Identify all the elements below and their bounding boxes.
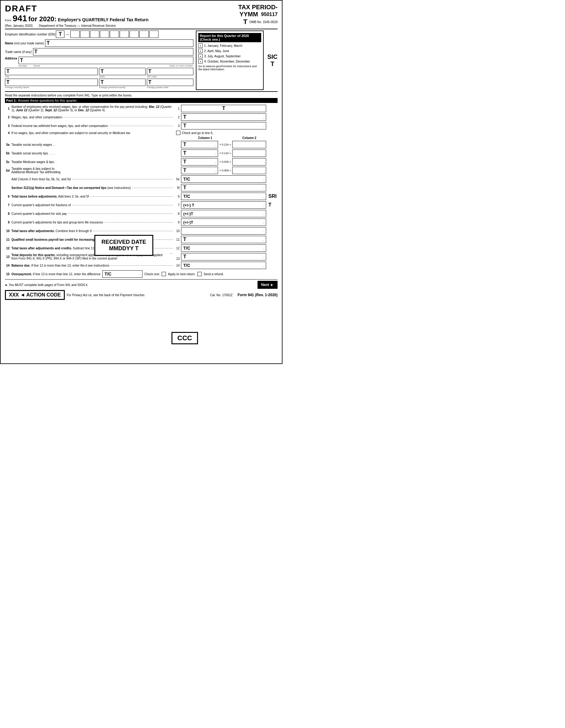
line6-answer[interactable]: T/C . xyxy=(181,193,266,200)
foreign-province-input[interactable]: T xyxy=(99,79,145,86)
ein-box5[interactable] xyxy=(110,31,119,38)
form-year: for 2020: xyxy=(28,15,57,23)
line13-num: 13 xyxy=(5,252,10,261)
line8-answer[interactable]: (+/-)T . xyxy=(181,210,266,217)
rev-date: (Rev. January 2020) xyxy=(5,24,33,27)
line1-answer[interactable]: T xyxy=(181,105,266,112)
line5b-col1[interactable]: T . xyxy=(181,149,218,157)
street-sub: Street xyxy=(33,64,40,67)
received-date-sub: MMDDYY T xyxy=(101,245,146,252)
line1-T: T xyxy=(222,106,225,111)
q1-label: 1: January, February, March xyxy=(204,44,242,47)
ein-T-box[interactable]: T xyxy=(56,31,64,38)
line2-answer[interactable]: T . xyxy=(181,113,266,121)
name-T: T xyxy=(47,40,50,46)
address-input[interactable]: T xyxy=(18,57,193,64)
line4-row: 4 If no wages, tips, and other compensat… xyxy=(5,130,277,136)
ein-box3[interactable] xyxy=(90,31,99,38)
draft-label: DRAFT xyxy=(5,4,148,14)
line5c-num: 5c xyxy=(5,157,10,166)
ein-box7[interactable] xyxy=(129,31,139,38)
line15-checkbox2[interactable] xyxy=(197,272,202,276)
line5b-col2[interactable]: . xyxy=(232,149,266,157)
foreign-country-sub: Foreign country name xyxy=(5,86,98,89)
line5a-col2[interactable]: . xyxy=(232,141,266,148)
read-instructions: Read the separate instructions before yo… xyxy=(5,94,277,97)
line9-linenum-right: 9 xyxy=(175,218,180,227)
ein-box8[interactable] xyxy=(139,31,149,38)
line1-text: Number of employees who received wages, … xyxy=(10,104,175,113)
ein-box9[interactable] xyxy=(149,31,158,38)
foreign-postal-input[interactable]: T xyxy=(147,79,193,86)
line12-num: 12 xyxy=(5,244,10,252)
line6-text: Total taxes before adjustments. Add line… xyxy=(10,192,175,201)
line3-linenum-right: 3 xyxy=(175,121,180,130)
line4-num: 4 xyxy=(5,130,10,136)
line14-TC: T/C xyxy=(183,263,190,268)
line5f-num xyxy=(5,183,10,192)
ein-box1[interactable] xyxy=(70,31,80,38)
col-header-row: Column 1 Column 2 xyxy=(5,136,277,140)
name-input[interactable]: T xyxy=(45,39,193,47)
col2-header: Column 2 xyxy=(232,136,266,140)
q4-checkbox[interactable]: ▪ xyxy=(198,59,203,63)
line9-answer[interactable]: (+/-)T . xyxy=(181,219,266,226)
line15-TC: T/C xyxy=(104,272,112,276)
line5c-col2[interactable]: . xyxy=(232,158,266,166)
line5f-answer[interactable]: T . xyxy=(181,184,266,191)
line7-answer[interactable]: (+/-) T . xyxy=(181,201,266,209)
line9-num: 9 xyxy=(5,218,10,227)
line15-answer[interactable]: T/C . xyxy=(102,270,142,278)
name-label: Name (not your trade name) xyxy=(5,42,44,45)
line13-answer[interactable]: T . xyxy=(181,253,266,260)
line15-num: 15 xyxy=(5,270,10,278)
q2-checkbox[interactable]: ▪ xyxy=(198,49,203,53)
line3-answer[interactable]: T . xyxy=(181,122,266,129)
line5e-answer[interactable]: T/C . xyxy=(181,175,266,183)
q3-checkbox[interactable]: ▪ xyxy=(198,54,203,58)
ein-box2[interactable] xyxy=(80,31,89,38)
state-input[interactable]: T xyxy=(99,68,145,75)
line6-num: 6 xyxy=(5,192,10,201)
line4-checkbox[interactable] xyxy=(176,131,180,135)
zip-input[interactable]: T xyxy=(147,68,193,75)
line5b-mult: × 0.124 = xyxy=(219,152,231,155)
yymm-label: YYMM xyxy=(239,11,258,18)
line5d-mult: × 0.009 = xyxy=(219,169,231,172)
line10-answer[interactable]: . xyxy=(181,227,266,235)
line5d-col2[interactable]: . xyxy=(232,167,266,174)
ein-box4[interactable] xyxy=(100,31,109,38)
line11-answer[interactable]: T . xyxy=(181,236,266,243)
line5f-text: Section 3121(q) Notice and Demand—Tax du… xyxy=(10,183,175,192)
next-button[interactable]: Next ► xyxy=(257,281,277,289)
line12-answer[interactable]: T/C . xyxy=(181,244,266,252)
sic-label: SIC xyxy=(267,53,277,60)
line12-TC: T/C xyxy=(183,246,190,251)
line5c-col1[interactable]: T . xyxy=(181,158,218,166)
quarter-section: Report for this Quarter of 2020 (Check o… xyxy=(196,31,264,90)
sic-T: T xyxy=(270,60,274,67)
line14-answer[interactable]: T/C . xyxy=(181,262,266,269)
website-text: Go to www.irs.gov/Form941 for instructio… xyxy=(198,65,261,71)
foreign-province-T: T xyxy=(100,80,104,85)
ein-box6[interactable] xyxy=(120,31,129,38)
line15-checkbox1[interactable] xyxy=(162,272,166,276)
number-sub: Number xyxy=(18,64,27,67)
foreign-country-input[interactable]: T xyxy=(5,79,98,86)
received-date-title: RECEIVED DATE xyxy=(101,239,146,245)
line5d-col1[interactable]: T . xyxy=(181,167,218,174)
line14-linenum-right: 14 xyxy=(175,261,180,270)
form-subtitle: Employer's QUARTERLY Federal Tax Return xyxy=(58,17,148,22)
city-input[interactable]: T xyxy=(5,68,98,75)
omb-label: OMB No. 1545-0029 xyxy=(249,20,277,24)
line7-text: Current quarter's adjustment for fractio… xyxy=(10,201,175,209)
line2-num: 2 xyxy=(5,113,10,121)
line14-text: Balance due. If line 12 is more than lin… xyxy=(10,261,175,270)
line3-num: 3 xyxy=(5,121,10,130)
q1-checkbox[interactable]: ▪ xyxy=(198,43,203,48)
line1-num: 1 xyxy=(5,104,10,113)
q3-label: 3: July, August, September xyxy=(204,55,241,58)
line5a-col1[interactable]: T . xyxy=(181,141,218,148)
trade-input[interactable]: T xyxy=(33,48,193,55)
sign-text: ► You MUST complete both pages of Form 9… xyxy=(5,283,88,287)
